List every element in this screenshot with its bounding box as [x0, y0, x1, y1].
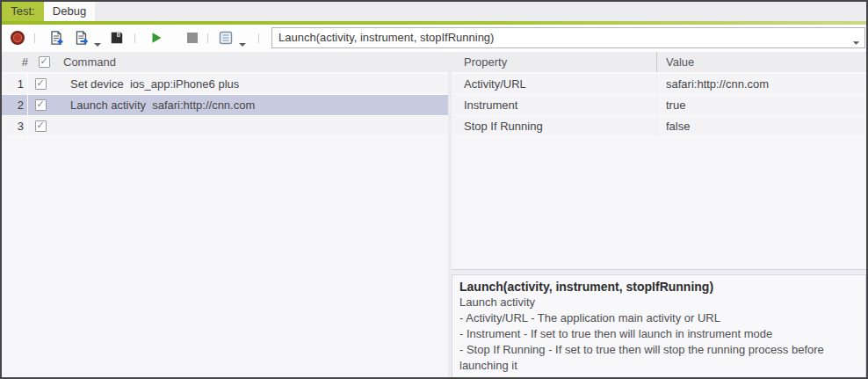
property-name: Stop If Running — [452, 116, 657, 136]
property-value[interactable]: false — [657, 120, 866, 133]
chevron-down-icon — [238, 42, 247, 47]
tab-test[interactable]: Test: — [2, 2, 44, 21]
view-options-button[interactable] — [218, 30, 234, 46]
property-value[interactable]: safari:http://cnn.com — [657, 77, 866, 91]
check-icon: ✓ — [37, 120, 45, 131]
column-header-number[interactable]: # — [2, 55, 32, 69]
list-view-icon — [218, 30, 234, 46]
play-button[interactable] — [148, 30, 164, 46]
record-button[interactable] — [10, 30, 25, 46]
row-number: 1 — [2, 74, 28, 94]
toolbar-separator — [134, 33, 135, 43]
export-dropdown-button[interactable] — [93, 35, 102, 40]
select-all-checkbox[interactable]: ✓ — [39, 56, 50, 68]
command-row[interactable]: 3 ✓ — [2, 116, 448, 137]
help-line: - Activity/URL - The application main ac… — [459, 310, 860, 326]
view-options-dropdown-button[interactable] — [238, 35, 247, 40]
command-help-panel: Launch(activity, instrument, stopIfRunni… — [452, 274, 866, 377]
save-icon — [109, 30, 125, 46]
record-icon — [10, 30, 25, 46]
toolbar: Launch(activity, instrument, stopIfRunni… — [2, 25, 866, 52]
row-checkbox[interactable]: ✓ — [35, 99, 47, 111]
app-window: Test: Debug — [0, 0, 868, 379]
toolbar-separator — [258, 33, 259, 43]
check-icon: ✓ — [37, 77, 45, 89]
row-number: 3 — [2, 116, 28, 136]
row-checkbox[interactable]: ✓ — [35, 120, 47, 132]
column-header-value[interactable]: Value — [657, 55, 866, 69]
property-value[interactable]: true — [657, 98, 866, 112]
column-header-checkbox[interactable]: ✓ — [32, 56, 56, 68]
property-name: Instrument — [452, 95, 657, 115]
chevron-down-icon — [93, 42, 102, 47]
property-table-header: Property Value — [452, 52, 866, 74]
command-text: Launch activity safari:http://cnn.com — [53, 98, 448, 112]
stop-icon — [184, 30, 200, 46]
command-combobox[interactable]: Launch(activity, instrument, stopIfRunni… — [271, 27, 865, 48]
command-text: Set device ios_app:iPhone6 plus — [53, 77, 448, 91]
tab-strip: Test: Debug — [2, 2, 866, 21]
help-line: Launch activity — [459, 295, 860, 310]
stop-button[interactable] — [184, 30, 200, 46]
new-document-icon — [48, 30, 64, 46]
help-title: Launch(activity, instrument, stopIfRunni… — [459, 279, 860, 295]
property-row[interactable]: Activity/URL safari:http://cnn.com — [452, 74, 866, 95]
command-row[interactable]: 1 ✓ Set device ios_app:iPhone6 plus — [2, 74, 448, 95]
play-icon — [148, 30, 164, 46]
property-row[interactable]: Stop If Running false — [452, 116, 866, 137]
toolbar-separator — [207, 33, 208, 43]
new-script-button[interactable] — [48, 30, 64, 46]
column-header-property[interactable]: Property — [452, 52, 657, 72]
save-button[interactable] — [109, 30, 125, 46]
export-script-button[interactable] — [74, 30, 90, 46]
check-icon: ✓ — [40, 55, 48, 67]
combobox-dropdown-button[interactable] — [852, 33, 860, 49]
property-panel: Property Value Activity/URL safari:http:… — [452, 52, 866, 377]
column-header-command[interactable]: Command — [56, 55, 448, 69]
chevron-down-icon — [852, 40, 860, 46]
command-table-header: # ✓ Command — [2, 52, 448, 74]
property-row[interactable]: Instrument true — [452, 95, 866, 116]
tab-debug[interactable]: Debug — [44, 2, 95, 21]
row-checkbox[interactable]: ✓ — [35, 78, 47, 90]
command-row-selected[interactable]: 2 ✓ Launch activity safari:http://cnn.co… — [2, 95, 448, 116]
check-icon: ✓ — [37, 98, 45, 110]
command-table-panel: # ✓ Command 1 ✓ Set device ios_app:iPhon… — [2, 52, 448, 377]
help-line: - Instrument - If set to true then will … — [459, 326, 860, 342]
main-area: # ✓ Command 1 ✓ Set device ios_app:iPhon… — [2, 52, 866, 377]
toolbar-separator — [34, 33, 35, 43]
export-document-icon — [74, 30, 90, 46]
help-line: - Stop If Running - If set to true then … — [459, 342, 860, 374]
row-number: 2 — [2, 95, 28, 115]
property-name: Activity/URL — [452, 74, 657, 94]
